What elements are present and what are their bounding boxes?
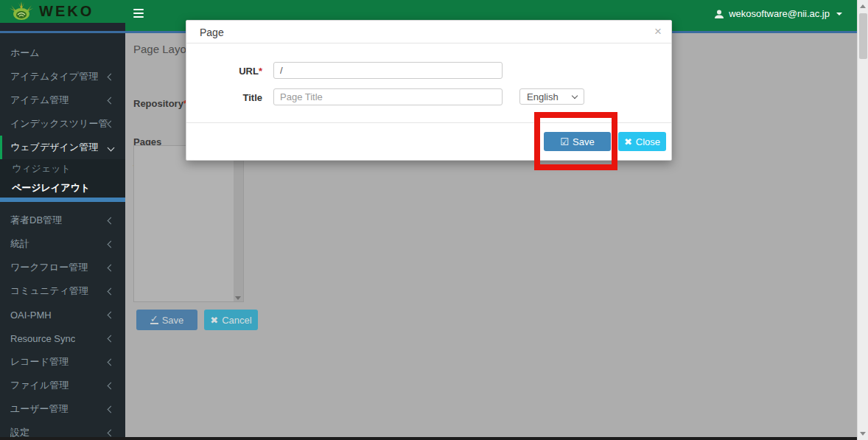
title-input[interactable]: [273, 88, 503, 105]
sidebar-item-page-layout[interactable]: ページレイアウト: [0, 178, 125, 198]
modal-save-button[interactable]: ☑Save: [544, 132, 611, 151]
scroll-down-icon[interactable]: [860, 432, 866, 436]
title-label: Title: [186, 92, 262, 103]
sidebar-item-record-mgmt[interactable]: レコード管理: [0, 350, 125, 374]
chevron-left-icon: [108, 217, 115, 224]
brand-bottom-strip: [0, 23, 125, 31]
user-email: wekosoftware@nii.ac.jp: [729, 8, 830, 19]
sidebar-item-statistics[interactable]: 統計: [0, 232, 125, 256]
sidebar-item-community-mgmt[interactable]: コミュニティ管理: [0, 279, 125, 303]
sidebar-item-workflow-mgmt[interactable]: ワークフロー管理: [0, 256, 125, 279]
webdesign-submenu: ウィジェット ページレイアウト: [0, 159, 125, 198]
scrollbar-thumb[interactable]: [859, 13, 867, 59]
check-square-icon: ☑: [560, 136, 569, 147]
chevron-left-icon: [108, 287, 115, 295]
sidebar-item-resource-sync[interactable]: Resource Sync: [0, 326, 125, 350]
scroll-up-icon[interactable]: [860, 4, 866, 8]
x-icon: ✖: [624, 136, 632, 147]
save-check-icon: ✓: [150, 315, 158, 324]
sidebar-nav: ホーム アイテムタイプ管理 アイテム管理 インデックスツリー管理 ウェブデザイン…: [0, 33, 125, 437]
bottom-edge-strip: [0, 437, 857, 440]
sidebar-item-itemtype-mgmt[interactable]: アイテムタイプ管理: [0, 65, 125, 88]
required-marker: *: [259, 66, 262, 77]
chevron-left-icon: [108, 335, 115, 342]
chevron-left-icon: [108, 382, 115, 389]
language-selected-value: English: [527, 91, 559, 102]
repository-label: Repository*: [133, 98, 187, 109]
sidebar-item-authordb-mgmt[interactable]: 著者DB管理: [0, 209, 125, 232]
language-select[interactable]: English: [519, 88, 584, 105]
chevron-left-icon: [108, 97, 115, 104]
widget-list-scrollbar[interactable]: [234, 146, 243, 301]
chevron-left-icon: [108, 358, 115, 366]
chevron-left-icon: [108, 405, 115, 413]
sidebar-item-file-mgmt[interactable]: ファイル管理: [0, 374, 125, 397]
scroll-down-icon[interactable]: [235, 296, 241, 300]
footer-divider: [186, 122, 671, 123]
modal-close-button[interactable]: ✖Close: [618, 132, 666, 151]
chevron-left-icon: [108, 73, 115, 80]
widget-list-box[interactable]: [133, 145, 244, 302]
page-layout-save-button[interactable]: ✓ Save: [136, 310, 197, 330]
x-icon: ✖: [210, 315, 218, 326]
browser-vertical-scrollbar[interactable]: [857, 0, 868, 440]
page-layout-cancel-button[interactable]: ✖Cancel: [204, 310, 258, 330]
sidebar-item-oai-pmh[interactable]: OAI-PMH: [0, 303, 125, 326]
chevron-left-icon: [108, 311, 115, 318]
sidebar-item-user-mgmt[interactable]: ユーザー管理: [0, 397, 125, 421]
chevron-left-icon: [108, 120, 115, 128]
modal-header: Page ×: [186, 21, 671, 43]
modal-title: Page: [200, 27, 224, 38]
url-label: URL*: [186, 66, 262, 77]
hamburger-menu-icon[interactable]: [133, 7, 148, 23]
caret-down-icon: [836, 13, 842, 15]
sidebar-item-item-mgmt[interactable]: アイテム管理: [0, 88, 125, 112]
chevron-down-icon: [108, 144, 115, 151]
weko-admin-screen: WEKO wekosoftware@nii.ac.jp ホーム アイテムタイプ管…: [0, 0, 868, 440]
sidebar-item-home[interactable]: ホーム: [0, 41, 125, 65]
url-input[interactable]: [273, 62, 503, 79]
sidebar-item-widget[interactable]: ウィジェット: [0, 159, 125, 178]
chevron-down-icon: [572, 92, 578, 98]
page-modal: Page × URL* Title English ☑Save ✖Close: [186, 20, 672, 161]
sidebar-item-indextree-mgmt[interactable]: インデックスツリー管理: [0, 112, 125, 136]
chevron-left-icon: [108, 240, 115, 248]
close-icon[interactable]: ×: [654, 24, 662, 39]
user-menu[interactable]: wekosoftware@nii.ac.jp: [714, 8, 842, 19]
chevron-left-icon: [108, 264, 115, 271]
sidebar-item-webdesign-mgmt[interactable]: ウェブデザイン管理: [0, 136, 125, 159]
user-icon: [714, 9, 724, 19]
weko-logo-icon: [9, 1, 34, 21]
brand[interactable]: WEKO: [9, 1, 94, 21]
brand-title: WEKO: [39, 3, 94, 20]
chevron-left-icon: [108, 429, 115, 436]
